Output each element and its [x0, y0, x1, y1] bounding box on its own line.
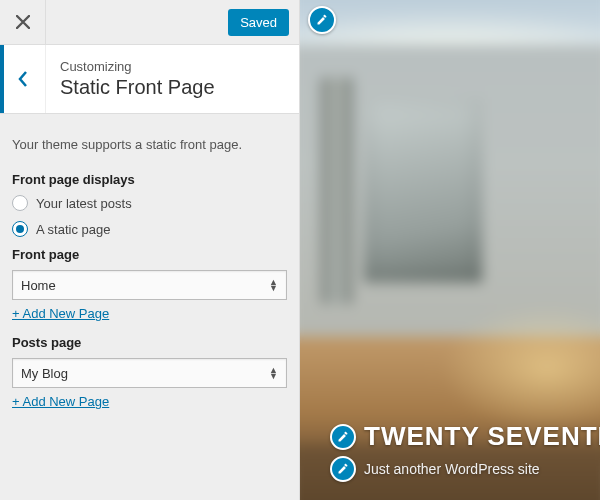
topbar: Saved: [0, 0, 299, 45]
site-tagline: Just another WordPress site: [364, 461, 540, 477]
radio-icon: [12, 195, 28, 211]
posts-page-label: Posts page: [12, 335, 287, 350]
saved-button: Saved: [228, 9, 289, 36]
panel-header: Customizing Static Front Page: [0, 45, 299, 114]
select-value: Home: [21, 278, 56, 293]
add-front-page-link[interactable]: + Add New Page: [12, 306, 109, 321]
radio-static-page[interactable]: A static page: [12, 221, 287, 237]
breadcrumb: Customizing: [60, 59, 215, 74]
add-posts-page-link[interactable]: + Add New Page: [12, 394, 109, 409]
select-value: My Blog: [21, 366, 68, 381]
panel-description: Your theme supports a static front page.: [12, 136, 287, 154]
front-page-label: Front page: [12, 247, 287, 262]
site-title: TWENTY SEVENTEEN: [364, 421, 600, 452]
radio-label: A static page: [36, 222, 110, 237]
edit-tagline-button[interactable]: [330, 456, 356, 482]
posts-page-select[interactable]: My Blog ▲▼: [12, 358, 287, 388]
radio-icon: [12, 221, 28, 237]
display-group-label: Front page displays: [12, 172, 287, 187]
front-page-select[interactable]: Home ▲▼: [12, 270, 287, 300]
radio-latest-posts[interactable]: Your latest posts: [12, 195, 287, 211]
page-title: Static Front Page: [60, 76, 215, 99]
pencil-icon: [316, 14, 328, 26]
close-icon: [16, 15, 30, 29]
site-preview: TWENTY SEVENTEEN Just another WordPress …: [300, 0, 600, 500]
chevron-left-icon: [18, 71, 28, 87]
edit-header-image-button[interactable]: [308, 6, 336, 34]
radio-label: Your latest posts: [36, 196, 132, 211]
pencil-icon: [337, 431, 349, 443]
edit-site-title-button[interactable]: [330, 424, 356, 450]
pencil-icon: [337, 463, 349, 475]
back-button[interactable]: [0, 45, 46, 113]
customizer-panel: Saved Customizing Static Front Page Your…: [0, 0, 300, 500]
select-chevrons-icon: ▲▼: [269, 279, 278, 291]
select-chevrons-icon: ▲▼: [269, 367, 278, 379]
panel-body: Your theme supports a static front page.…: [0, 114, 299, 500]
close-button[interactable]: [0, 0, 46, 45]
